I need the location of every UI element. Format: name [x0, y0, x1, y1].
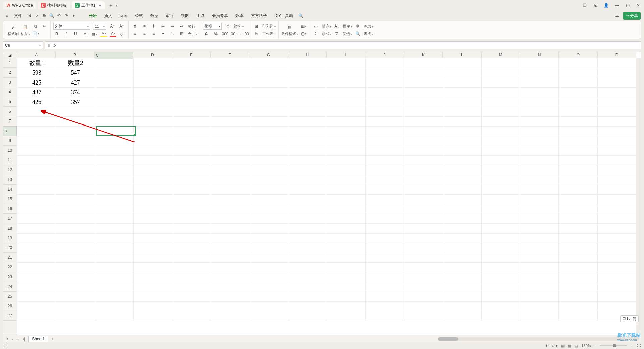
- cell-N25[interactable]: [520, 292, 559, 302]
- align-bottom-icon[interactable]: ⬇: [150, 23, 157, 29]
- cell-H22[interactable]: [288, 263, 327, 272]
- row-header-23[interactable]: 23: [3, 272, 17, 282]
- cell-N1[interactable]: [520, 58, 559, 68]
- cell-N21[interactable]: [520, 253, 559, 263]
- cell-O25[interactable]: [559, 292, 597, 302]
- row-header-8[interactable]: 8: [3, 126, 17, 136]
- cell-I14[interactable]: [327, 185, 366, 195]
- cell-C3[interactable]: [95, 78, 133, 88]
- cell-F4[interactable]: [211, 88, 250, 97]
- row-header-3[interactable]: 3: [3, 78, 17, 87]
- zoom-level[interactable]: 160%: [581, 344, 591, 348]
- cell-O16[interactable]: [559, 204, 597, 214]
- freeze-icon[interactable]: ❄: [354, 23, 361, 29]
- cell-F17[interactable]: [211, 214, 250, 224]
- sheet-prev-icon[interactable]: ‹: [11, 337, 14, 341]
- view-page-icon[interactable]: ▥: [568, 344, 571, 348]
- cell-B15[interactable]: [56, 195, 95, 204]
- cell-A5[interactable]: 426: [17, 97, 56, 107]
- cell-F23[interactable]: [211, 272, 250, 282]
- cell-F16[interactable]: [211, 204, 250, 214]
- col-header-L[interactable]: L: [443, 52, 481, 58]
- cell-P19[interactable]: [597, 234, 636, 243]
- cell-M13[interactable]: [481, 175, 520, 185]
- cell-K13[interactable]: [404, 175, 443, 185]
- cell-G9[interactable]: [250, 136, 288, 146]
- cell-I17[interactable]: [327, 214, 366, 224]
- cell-J12[interactable]: [366, 165, 404, 175]
- cell-H25[interactable]: [288, 292, 327, 302]
- view-normal-icon[interactable]: ▦: [561, 344, 565, 348]
- cell-M7[interactable]: [481, 117, 520, 127]
- cell-B17[interactable]: [56, 214, 95, 224]
- cell-A24[interactable]: [17, 282, 56, 292]
- align-left-icon[interactable]: ≡: [131, 31, 138, 37]
- row-header-13[interactable]: 13: [3, 175, 17, 185]
- cell-I12[interactable]: [327, 165, 366, 175]
- cell-F7[interactable]: [211, 117, 250, 127]
- row-header-2[interactable]: 2: [3, 68, 17, 78]
- add-sheet-button[interactable]: ＋: [50, 336, 54, 342]
- cell-M9[interactable]: [481, 136, 520, 146]
- cell-D18[interactable]: [133, 224, 172, 234]
- cell-G25[interactable]: [250, 292, 288, 302]
- cell-O24[interactable]: [559, 282, 597, 292]
- cell-H8[interactable]: [288, 127, 327, 136]
- cell-H15[interactable]: [288, 195, 327, 204]
- cell-F26[interactable]: [211, 302, 250, 311]
- cell-K10[interactable]: [404, 146, 443, 156]
- user-icon[interactable]: 👤: [603, 3, 609, 8]
- cell-K25[interactable]: [404, 292, 443, 302]
- cell-C9[interactable]: [95, 136, 133, 146]
- cell-N23[interactable]: [520, 272, 559, 282]
- row-header-25[interactable]: 25: [3, 292, 17, 301]
- tab-more[interactable]: ▾: [115, 3, 117, 8]
- cell-O13[interactable]: [559, 175, 597, 185]
- cell-I11[interactable]: [327, 156, 366, 165]
- cell-O3[interactable]: [559, 78, 597, 88]
- menu-ffgz[interactable]: 方方格子: [248, 12, 270, 20]
- worksheet-label[interactable]: 工作表: [262, 31, 275, 36]
- row-header-24[interactable]: 24: [3, 282, 17, 292]
- tab-wps[interactable]: W WPS Office: [3, 1, 36, 9]
- cell-C20[interactable]: [95, 243, 133, 253]
- cell-M26[interactable]: [481, 302, 520, 311]
- menu-data[interactable]: 数据: [147, 12, 162, 20]
- zoom-slider[interactable]: [600, 345, 627, 346]
- cell-I9[interactable]: [327, 136, 366, 146]
- cell-H24[interactable]: [288, 282, 327, 292]
- cell-D4[interactable]: [133, 88, 172, 97]
- merge-icon[interactable]: ⊞: [178, 31, 185, 37]
- cell-H1[interactable]: [288, 58, 327, 68]
- cell-C10[interactable]: [95, 146, 133, 156]
- sort-label[interactable]: 排序: [343, 24, 352, 29]
- cell-G10[interactable]: [250, 146, 288, 156]
- menu-review[interactable]: 审阅: [162, 12, 177, 20]
- worksheet-icon[interactable]: ⎘: [253, 31, 260, 37]
- cell-I1[interactable]: [327, 58, 366, 68]
- cell-L8[interactable]: [443, 127, 481, 136]
- cell-P1[interactable]: [597, 58, 636, 68]
- col-header-D[interactable]: D: [133, 52, 172, 58]
- cell-G3[interactable]: [250, 78, 288, 88]
- status-icon[interactable]: ⊞: [3, 344, 6, 348]
- cell-I21[interactable]: [327, 253, 366, 263]
- cell-L4[interactable]: [443, 88, 481, 97]
- cell-D16[interactable]: [133, 204, 172, 214]
- cell-K16[interactable]: [404, 204, 443, 214]
- align-middle-icon[interactable]: ≡: [141, 23, 148, 29]
- cell-H4[interactable]: [288, 88, 327, 97]
- cell-K11[interactable]: [404, 156, 443, 165]
- cell-E9[interactable]: [172, 136, 211, 146]
- align-top-icon[interactable]: ⬆: [131, 23, 138, 29]
- cell-K4[interactable]: [404, 88, 443, 97]
- export-icon[interactable]: ↗: [34, 12, 40, 19]
- cell-F9[interactable]: [211, 136, 250, 146]
- cell-E25[interactable]: [172, 292, 211, 302]
- find-icon[interactable]: 🔍: [354, 31, 361, 37]
- cell-C18[interactable]: [95, 224, 133, 234]
- cell-A26[interactable]: [17, 302, 56, 311]
- align-center-icon[interactable]: ≡: [141, 31, 148, 37]
- cell-B14[interactable]: [56, 185, 95, 195]
- cell-F18[interactable]: [211, 224, 250, 234]
